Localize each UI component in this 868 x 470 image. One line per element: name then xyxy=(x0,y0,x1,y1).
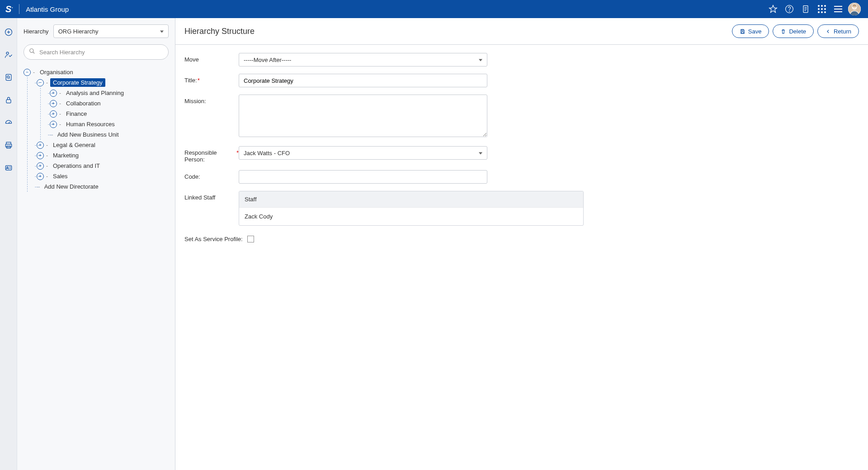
svg-rect-23 xyxy=(5,166,11,170)
mission-textarea[interactable] xyxy=(239,95,487,137)
tree-node-collaboration[interactable]: +-Collaboration xyxy=(50,98,169,109)
code-input[interactable] xyxy=(239,170,487,184)
lock-icon[interactable] xyxy=(4,95,14,105)
collapse-icon[interactable]: − xyxy=(37,79,44,86)
tree-node-hr[interactable]: +-Human Resources xyxy=(50,119,169,129)
expand-icon[interactable]: + xyxy=(37,162,44,170)
delete-button[interactable]: Delete xyxy=(773,24,814,38)
help-icon[interactable] xyxy=(781,1,797,17)
linked-staff-table: Staff Zack Cody xyxy=(239,191,584,226)
expand-icon[interactable]: + xyxy=(37,152,44,159)
title-label: Title:* xyxy=(184,74,239,84)
brand-title: Atlantis Group xyxy=(26,5,69,13)
chevron-down-icon xyxy=(160,31,164,33)
svg-point-27 xyxy=(30,49,33,52)
svg-line-16 xyxy=(9,78,9,79)
responsible-label: Responsible Person:* xyxy=(184,146,239,163)
leaf-icon: -- xyxy=(50,131,53,138)
expand-icon[interactable]: + xyxy=(50,121,57,128)
svg-point-2 xyxy=(789,11,790,11)
move-select[interactable]: -----Move After----- xyxy=(239,53,487,66)
hierarchy-label: Hierarchy xyxy=(24,28,49,35)
service-profile-checkbox[interactable] xyxy=(247,236,254,242)
tree-node-legal[interactable]: +-Legal & General xyxy=(37,140,169,150)
expand-icon[interactable]: + xyxy=(50,100,57,107)
tree-node-ops-it[interactable]: +-Operations and IT xyxy=(37,161,169,171)
hierarchy-tree: − - Organisation − - Corporate Strategy xyxy=(24,67,169,192)
id-card-icon[interactable] xyxy=(4,163,14,173)
move-label: Move xyxy=(184,53,239,63)
svg-marker-0 xyxy=(769,5,777,13)
tree-node-sales[interactable]: +-Sales xyxy=(37,171,169,181)
title-input[interactable] xyxy=(239,74,487,87)
linked-staff-label: Linked Staff xyxy=(184,191,239,201)
dashboard-icon[interactable] xyxy=(4,118,14,128)
document-icon[interactable] xyxy=(797,1,814,17)
search-doc-icon[interactable] xyxy=(4,72,14,82)
svg-line-28 xyxy=(33,52,35,54)
tree-node-corporate-strategy[interactable]: − - Corporate Strategy xyxy=(37,77,169,88)
tree-node-finance[interactable]: +-Finance xyxy=(50,109,169,119)
expand-icon[interactable]: + xyxy=(50,110,57,118)
people-icon[interactable] xyxy=(4,50,14,60)
print-icon[interactable] xyxy=(4,140,14,150)
mission-label: Mission: xyxy=(184,95,239,104)
expand-icon[interactable]: + xyxy=(37,173,44,180)
search-icon xyxy=(29,48,35,56)
svg-rect-17 xyxy=(6,100,11,103)
tree-node-add-directorate[interactable]: --Add New Directorate xyxy=(37,181,169,192)
brand-separator xyxy=(19,4,19,14)
code-label: Code: xyxy=(184,170,239,180)
apps-icon[interactable] xyxy=(814,1,830,17)
chevron-down-icon xyxy=(479,59,482,62)
tree-node-marketing[interactable]: +-Marketing xyxy=(37,150,169,161)
nav-rail xyxy=(0,18,17,470)
svg-rect-14 xyxy=(6,74,11,80)
hierarchy-select-value: ORG Hierarchy xyxy=(58,28,99,35)
save-button[interactable]: Save xyxy=(732,24,769,38)
menu-icon[interactable] xyxy=(830,1,846,17)
return-button[interactable]: Return xyxy=(817,24,859,38)
chevron-down-icon xyxy=(479,152,482,155)
search-input[interactable] xyxy=(24,44,169,60)
hierarchy-form: Move -----Move After----- Title:* Missio… xyxy=(175,45,868,251)
collapse-icon[interactable]: − xyxy=(24,69,31,76)
hierarchy-select[interactable]: ORG Hierarchy xyxy=(53,24,169,38)
tree-node-add-bu[interactable]: --Add New Business Unit xyxy=(50,129,169,140)
tree-node-analysis[interactable]: +-Analysis and Planning xyxy=(50,88,169,98)
avatar[interactable] xyxy=(846,1,863,17)
svg-rect-29 xyxy=(741,29,743,31)
expand-icon[interactable]: + xyxy=(37,142,44,149)
add-icon[interactable] xyxy=(4,27,14,37)
leaf-icon: -- xyxy=(37,183,40,190)
app-header: S. Atlantis Group xyxy=(0,0,868,18)
responsible-select[interactable]: Jack Watts - CFO xyxy=(239,146,487,160)
brand-logo: S. xyxy=(5,4,13,14)
staff-header: Staff xyxy=(239,191,583,207)
page-title: Hierarchy Structure xyxy=(184,27,255,36)
favorite-icon[interactable] xyxy=(765,1,781,17)
main-content: Hierarchy Structure Save Delete Return M… xyxy=(175,18,868,470)
tree-node-organisation[interactable]: − - Organisation xyxy=(24,67,169,77)
service-profile-label: Set As Service Profile: xyxy=(184,236,243,242)
svg-rect-30 xyxy=(741,32,743,33)
staff-row[interactable]: Zack Cody xyxy=(239,207,583,225)
expand-icon[interactable]: + xyxy=(50,90,57,97)
main-header: Hierarchy Structure Save Delete Return xyxy=(175,18,868,45)
hierarchy-panel: Hierarchy ORG Hierarchy − - Organisation xyxy=(17,18,175,470)
svg-point-13 xyxy=(6,52,9,54)
